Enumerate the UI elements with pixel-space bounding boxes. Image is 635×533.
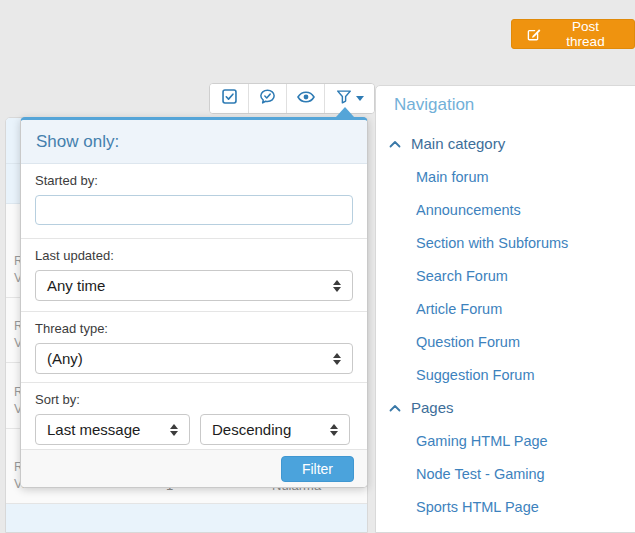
last-updated-select[interactable]: Any time — [35, 270, 353, 301]
post-thread-label: Post thread — [551, 19, 620, 49]
sort-direction-value: Descending — [212, 421, 291, 438]
navigation-title: Navigation — [376, 86, 635, 127]
popup-arrow — [336, 107, 354, 117]
nav-link-search-forum[interactable]: Search Forum — [376, 259, 635, 292]
sort-field-value: Last message — [47, 421, 140, 438]
compose-icon — [526, 26, 542, 42]
chevron-up-icon — [389, 399, 401, 416]
nav-link-sports-html-page[interactable]: Sports HTML Page — [376, 490, 635, 523]
sort-by-label: Sort by: — [35, 392, 353, 407]
thread-type-select[interactable]: (Any) — [35, 343, 353, 374]
nav-section-main-category[interactable]: Main category — [376, 127, 635, 160]
chevron-up-icon — [389, 135, 401, 152]
nav-link-node-test-gaming[interactable]: Node Test - Gaming — [376, 457, 635, 490]
last-updated-label: Last updated: — [35, 248, 353, 263]
sort-by-section: Sort by: Last message Descending — [21, 383, 367, 449]
select-threads-button[interactable] — [210, 84, 248, 113]
nav-link-label: Section with Subforums — [416, 235, 568, 251]
sort-direction-select[interactable]: Descending — [200, 414, 350, 445]
nav-section-example-area[interactable]: Example Area — [376, 523, 635, 533]
thread-type-value: (Any) — [47, 350, 83, 367]
nav-link-article-forum[interactable]: Article Forum — [376, 292, 635, 325]
nav-section-label: Main category — [411, 135, 505, 152]
thread-row-highlighted[interactable] — [6, 504, 367, 533]
caret-down-icon — [356, 96, 364, 101]
select-arrows-icon — [333, 280, 341, 292]
nav-link-label: Suggestion Forum — [416, 367, 534, 383]
nav-link-label: Search Forum — [416, 268, 508, 284]
forum-page: Post thread Replies: Views: Replies: Vie… — [0, 0, 635, 533]
nav-link-label: Main forum — [416, 169, 489, 185]
started-by-section: Started by: — [21, 164, 367, 239]
nav-link-label: Node Test - Gaming — [416, 466, 545, 482]
nav-section-label: Pages — [411, 399, 454, 416]
eye-icon — [296, 87, 316, 111]
nav-link-main-forum[interactable]: Main forum — [376, 160, 635, 193]
mark-read-button[interactable] — [248, 84, 286, 113]
thread-type-label: Thread type: — [35, 321, 353, 336]
nav-section-pages[interactable]: Pages — [376, 391, 635, 424]
select-arrows-icon — [170, 424, 178, 436]
popup-footer: Filter — [21, 449, 367, 487]
nav-link-label: Announcements — [416, 202, 521, 218]
nav-link-label: Article Forum — [416, 301, 502, 317]
popup-title: Show only: — [21, 120, 367, 164]
last-updated-section: Last updated: Any time — [21, 239, 367, 312]
sort-field-select[interactable]: Last message — [35, 414, 190, 445]
started-by-input[interactable] — [35, 195, 353, 225]
filter-submit-button[interactable]: Filter — [281, 456, 354, 482]
select-arrows-icon — [333, 353, 341, 365]
select-arrows-icon — [330, 424, 338, 436]
nav-link-label: Question Forum — [416, 334, 520, 350]
chat-check-icon — [258, 87, 277, 110]
checkbox-icon — [220, 87, 239, 110]
post-thread-button[interactable]: Post thread — [511, 19, 635, 49]
last-updated-value: Any time — [47, 277, 105, 294]
nav-link-gaming-html-page[interactable]: Gaming HTML Page — [376, 424, 635, 457]
nav-link-label: Sports HTML Page — [416, 499, 539, 515]
nav-link-section-with-subforums[interactable]: Section with Subforums — [376, 226, 635, 259]
navigation-panel: Navigation Main category Main forum Anno… — [375, 85, 635, 533]
nav-link-announcements[interactable]: Announcements — [376, 193, 635, 226]
watch-button[interactable] — [286, 84, 324, 113]
nav-link-label: Gaming HTML Page — [416, 433, 548, 449]
nav-link-question-forum[interactable]: Question Forum — [376, 325, 635, 358]
nav-link-suggestion-forum[interactable]: Suggestion Forum — [376, 358, 635, 391]
filter-popup: Show only: Started by: Last updated: Any… — [20, 117, 368, 488]
thread-type-section: Thread type: (Any) — [21, 312, 367, 383]
started-by-label: Started by: — [35, 173, 353, 188]
